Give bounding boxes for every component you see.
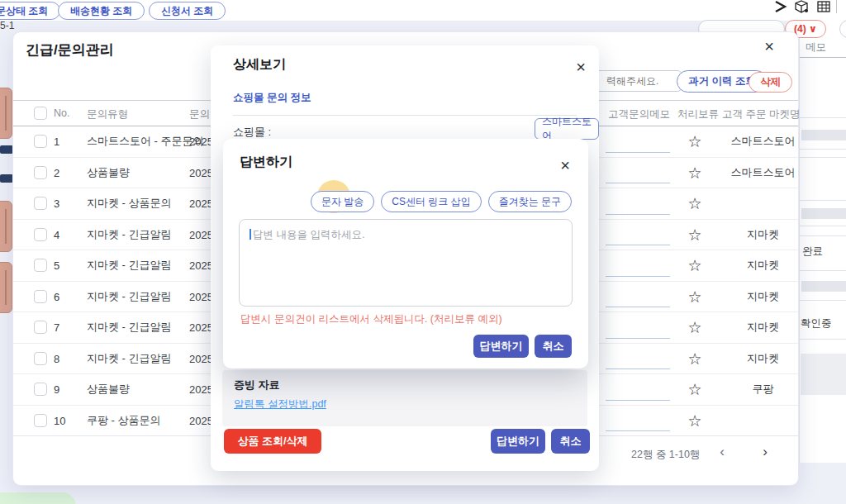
order-status-button[interactable]: 문상태 조회: [0, 2, 60, 20]
cell-inquiry-type: 지마켓 - 긴급알림: [87, 289, 172, 304]
close-icon[interactable]: ×: [759, 36, 779, 56]
toast-fragment: [0, 492, 76, 504]
hold-star-icon[interactable]: ☆: [682, 132, 707, 151]
row-checkbox[interactable]: [34, 352, 47, 365]
cell-market: 지마켓: [711, 258, 815, 273]
package-icon[interactable]: [794, 0, 809, 13]
hold-star-icon[interactable]: ☆: [682, 411, 707, 430]
cell-market: 스마트스토어: [711, 134, 815, 149]
cell-no: 5: [54, 259, 59, 272]
memo-bar: [801, 208, 846, 219]
row-checkbox[interactable]: [34, 228, 47, 241]
memo-underline-field[interactable]: [606, 420, 670, 431]
hold-star-icon[interactable]: ☆: [682, 349, 707, 368]
memo-underline-field[interactable]: [606, 296, 670, 307]
hold-star-icon[interactable]: ☆: [682, 225, 707, 244]
memo-underline-field[interactable]: [606, 141, 670, 153]
hold-star-icon[interactable]: ☆: [682, 287, 707, 306]
header-inquiry-type: 문의유형: [87, 107, 128, 121]
row-checkbox[interactable]: [34, 259, 47, 272]
row-checkbox[interactable]: [34, 290, 47, 303]
row-checkbox[interactable]: [34, 321, 47, 334]
cell-market: 지마켓: [711, 351, 815, 366]
memo-underline-field[interactable]: [606, 234, 670, 245]
evidence-pdf-link[interactable]: 알림톡 설정방법.pdf: [234, 397, 326, 411]
row-checkbox[interactable]: [34, 135, 47, 148]
reply-submit-button[interactable]: 답변하기: [473, 335, 529, 358]
header-hold: 처리보류: [677, 107, 719, 121]
memo-underline-field[interactable]: [606, 389, 670, 401]
prev-page-icon[interactable]: ‹: [714, 444, 730, 460]
cell-no: 6: [54, 290, 59, 302]
cell-inquiry-type: 스마트스토어 - 주문문의: [87, 134, 204, 149]
header-no: No.: [54, 107, 69, 119]
row-checkbox[interactable]: [34, 383, 47, 396]
cell-market: 지마켓: [711, 320, 815, 335]
row-checkbox[interactable]: [34, 414, 47, 427]
table-icon[interactable]: [816, 0, 831, 13]
cell-no: 9: [54, 383, 59, 396]
memo-underline-field[interactable]: [606, 172, 670, 183]
mall-inquiry-info-link[interactable]: 쇼핑몰 문의 정보: [233, 91, 311, 105]
reply-cancel-button[interactable]: 취소: [535, 335, 572, 358]
cancel-button[interactable]: 취소: [551, 429, 590, 454]
memo-column-header: 메모: [806, 40, 826, 55]
product-thumbnail: [0, 88, 12, 139]
cell-inquiry-type: 상품불량: [87, 382, 130, 397]
reply-button[interactable]: 답변하기: [491, 429, 545, 454]
cell-inquiry-type: 쿠팡 - 상품문의: [87, 413, 161, 428]
detail-modal-title: 상세보기: [233, 56, 286, 74]
cell-no: 8: [54, 352, 59, 364]
send-icon[interactable]: [772, 0, 787, 13]
cell-inquiry-type: 지마켓 - 긴급알림: [87, 258, 172, 273]
hold-star-icon[interactable]: ☆: [682, 318, 707, 337]
smartstore-chip[interactable]: 스마트스토어: [535, 118, 599, 140]
close-icon[interactable]: ×: [571, 57, 591, 77]
pagination-label: 22행 중 1-10행: [631, 448, 700, 462]
cell-inquiry-type: 지마켓 - 긴급알림: [87, 320, 172, 335]
text-caret: [250, 229, 251, 240]
product-thumbnail: [0, 262, 12, 313]
cell-market: 스마트스토어: [711, 165, 815, 180]
header-market: 고객 주문 마켓명: [722, 107, 800, 121]
select-all-checkbox[interactable]: [34, 107, 47, 120]
row-checkbox[interactable]: [34, 166, 47, 179]
hold-star-icon[interactable]: ☆: [682, 380, 707, 399]
cell-no: 2: [54, 166, 59, 178]
row-checkbox[interactable]: [34, 197, 47, 210]
evidence-title: 증빙 자료: [234, 378, 280, 392]
favorite-phrases-button[interactable]: 즐겨찾는 문구: [488, 191, 572, 212]
next-page-icon[interactable]: ›: [757, 444, 773, 460]
cell-no: 4: [54, 228, 59, 240]
hold-star-icon[interactable]: ☆: [682, 194, 707, 213]
hold-star-icon[interactable]: ☆: [682, 163, 707, 182]
cell-market: 지마켓: [711, 227, 815, 242]
marketplace-badge: [0, 145, 13, 154]
memo-underline-field[interactable]: [606, 327, 670, 339]
status-done-text: 완료: [802, 245, 823, 259]
memo-underline-field[interactable]: [606, 265, 670, 277]
cell-inquiry-type: 지마켓 - 상품문의: [87, 196, 172, 211]
cell-no: 1: [54, 136, 59, 148]
reply-textarea[interactable]: 답변 내용을 입력하세요.: [239, 219, 573, 307]
sms-send-button[interactable]: 문자 발송: [311, 191, 374, 212]
product-thumbnail: [0, 201, 12, 252]
memo-underline-field[interactable]: [606, 203, 670, 215]
mall-label: 쇼핑몰 :: [233, 125, 271, 140]
application-form-button[interactable]: 신청서 조회: [149, 2, 226, 20]
cell-no: 10: [54, 414, 65, 426]
reply-placeholder: 답변 내용을 입력하세요.: [253, 229, 364, 240]
memo-underline-field[interactable]: [606, 358, 670, 369]
cell-market: 지마켓: [711, 289, 815, 304]
divider: [233, 115, 577, 116]
hold-star-icon[interactable]: ☆: [682, 256, 707, 275]
delete-warning-text: 답변시 문의건이 리스트에서 삭제됩니다. (처리보류 예외): [240, 312, 502, 326]
reply-modal: 답변하기 × 문자 발송 CS센터 링크 삽입 즐겨찾는 문구 답변 내용을 입…: [223, 139, 588, 368]
cell-no: 3: [54, 197, 59, 210]
product-lookup-delete-button[interactable]: 상품 조회/삭제: [224, 429, 321, 454]
page-title: 긴급/문의관리: [26, 40, 114, 59]
cs-center-link-button[interactable]: CS센터 링크 삽입: [381, 191, 481, 212]
close-icon[interactable]: ×: [555, 155, 575, 175]
shipping-status-button[interactable]: 배송현황 조회: [58, 2, 145, 20]
delete-button[interactable]: 삭제: [749, 72, 792, 93]
